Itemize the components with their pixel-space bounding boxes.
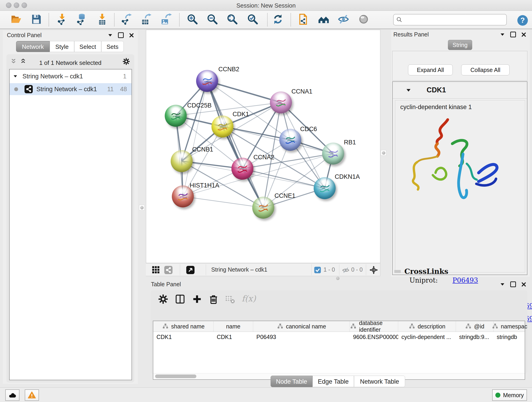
network-canvas[interactable]: CCNB2 CCNA1 CDC25B CDK1 CDC6 RB1CCNB1 CC… — [146, 30, 380, 263]
table-cell[interactable]: P06493 — [253, 332, 350, 342]
hidden-eye-slash-icon[interactable] — [342, 267, 349, 275]
import-table-file-button[interactable] — [96, 13, 108, 26]
float-panel-icon[interactable] — [500, 32, 505, 37]
selected-checkbox-icon[interactable] — [314, 267, 321, 274]
cdk1-section-header[interactable]: CDK1 — [393, 82, 527, 99]
network-collection-row[interactable]: String Network – cdk1 1 — [10, 70, 132, 83]
main-toolbar: ? — [0, 11, 532, 29]
close-panel-icon[interactable] — [521, 282, 526, 287]
search-box[interactable] — [393, 14, 507, 26]
show-columns-icon[interactable] — [175, 294, 186, 305]
detach-view-icon[interactable] — [186, 266, 195, 275]
network-node-cdk1[interactable] — [211, 115, 234, 138]
column-header-database-identifier[interactable]: database identifier — [350, 321, 398, 332]
left-splitter-handle[interactable] — [139, 205, 145, 211]
delete-column-trash-icon[interactable] — [208, 294, 219, 305]
node-table[interactable]: shared namenamecanonical namedatabase id… — [153, 321, 525, 380]
tab-string[interactable]: String — [448, 40, 472, 50]
protein-structure-image — [405, 115, 501, 207]
network-node-ccnb2[interactable] — [196, 70, 218, 92]
help-button[interactable]: ? — [516, 14, 529, 27]
column-label: description — [418, 323, 445, 330]
network-node-ccna2[interactable] — [231, 158, 253, 180]
tab-edge-table[interactable]: Edge Table — [312, 376, 354, 387]
export-image-icon — [160, 13, 172, 26]
export-network-button[interactable] — [120, 13, 133, 26]
scrollbar-thumb[interactable] — [155, 375, 196, 378]
zoom-in-button[interactable] — [186, 13, 199, 26]
collection-count: 1 — [123, 73, 127, 80]
tab-select[interactable]: Select — [74, 41, 101, 52]
protein-ribbon-icon — [176, 191, 190, 203]
memory-button[interactable]: Memory — [492, 389, 527, 401]
table-cell[interactable]: cyclin-dependent ... — [398, 332, 456, 342]
highlight-selected-button[interactable] — [357, 13, 370, 26]
table-cell[interactable]: CDK1 — [153, 332, 214, 342]
network-node-rb1[interactable] — [322, 143, 344, 165]
fit-selected-crosshair-icon[interactable] — [369, 265, 378, 275]
network-node-ccna1[interactable] — [270, 91, 292, 114]
share-session-file-button[interactable] — [297, 13, 309, 26]
expand-all-button[interactable]: Expand All — [408, 64, 453, 75]
network-node-cdc6[interactable] — [279, 129, 301, 151]
show-grid-icon[interactable] — [152, 266, 160, 274]
close-panel-icon[interactable] — [521, 32, 526, 37]
table-cell[interactable]: CDK1 — [214, 332, 253, 342]
table-cell[interactable]: stringdb:9... — [456, 332, 494, 342]
cloud-session-button[interactable] — [5, 389, 19, 401]
open-file-button[interactable] — [10, 13, 22, 26]
search-input[interactable] — [403, 16, 500, 23]
network-options-gear-icon[interactable] — [122, 57, 130, 66]
show-network-overview-button[interactable] — [317, 13, 330, 26]
bottom-splitter-handle[interactable] — [336, 277, 340, 280]
tab-style[interactable]: Style — [50, 41, 74, 52]
node-label-ccnb1: CCNB1 — [192, 146, 213, 153]
close-panel-icon[interactable] — [129, 32, 134, 38]
save-session-button[interactable] — [30, 13, 42, 26]
import-network-file-button[interactable] — [56, 13, 68, 26]
protein-ribbon-icon — [274, 96, 288, 109]
column-header-shared-name[interactable]: shared name — [153, 321, 214, 332]
results-scrollbar-stub[interactable] — [394, 270, 401, 273]
create-column-plus-icon[interactable] — [192, 294, 203, 305]
network-node-cdc25b[interactable] — [165, 105, 187, 127]
network-node-ccnb1[interactable] — [171, 150, 193, 172]
export-table-button[interactable] — [140, 13, 152, 26]
zoom-selected-region-button[interactable] — [247, 13, 259, 26]
column-header-namespac[interactable]: namespac — [494, 321, 526, 332]
column-header-name[interactable]: name — [214, 321, 253, 332]
tab-sets[interactable]: Sets — [101, 41, 124, 52]
collapse-all-button[interactable]: Collapse All — [461, 64, 510, 75]
column-label: namespac — [501, 323, 527, 330]
import-network-database-button[interactable] — [75, 13, 88, 26]
section-expander-icon[interactable] — [405, 87, 412, 93]
export-image-button[interactable] — [160, 13, 172, 26]
collection-label: String Network – cdk1 — [22, 73, 83, 80]
column-header--id[interactable]: @id — [456, 321, 494, 332]
table-cell[interactable]: 9606.ENSP00000378699 — [350, 332, 398, 342]
float-panel-icon[interactable] — [500, 282, 505, 287]
tab-network-table[interactable]: Network Table — [354, 376, 405, 387]
cdk1-section-content: cyclin-dependent kinase 1 CrossLinks Uni… — [395, 100, 525, 273]
network-node-ccne1[interactable] — [252, 197, 274, 219]
network-node-cdkn1a[interactable] — [314, 177, 336, 199]
tab-network[interactable]: Network — [16, 41, 50, 52]
table-options-gear-icon[interactable] — [158, 294, 169, 305]
collection-expander-icon[interactable] — [13, 74, 18, 79]
share-view-icon[interactable] — [164, 266, 172, 275]
zoom-out-button[interactable] — [206, 13, 219, 26]
maximize-panel-icon[interactable] — [510, 281, 516, 287]
warnings-button[interactable] — [25, 389, 39, 401]
float-panel-icon[interactable] — [108, 32, 113, 38]
column-header-description[interactable]: description — [398, 321, 456, 332]
zoom-fit-content-button[interactable] — [226, 13, 239, 26]
maximize-panel-icon[interactable] — [510, 32, 516, 37]
table-cell[interactable]: stringdb — [494, 332, 526, 342]
apply-preferred-layout-button[interactable] — [272, 13, 284, 26]
maximize-panel-icon[interactable] — [118, 32, 124, 38]
right-splitter-handle[interactable] — [381, 150, 386, 156]
column-header-canonical-name[interactable]: canonical name — [253, 321, 350, 332]
tab-node-table[interactable]: Node Table — [271, 376, 312, 387]
network-row-selected[interactable]: String Network – cdk1 11 48 — [10, 83, 132, 95]
hide-unhide-selected-button[interactable] — [337, 13, 350, 26]
